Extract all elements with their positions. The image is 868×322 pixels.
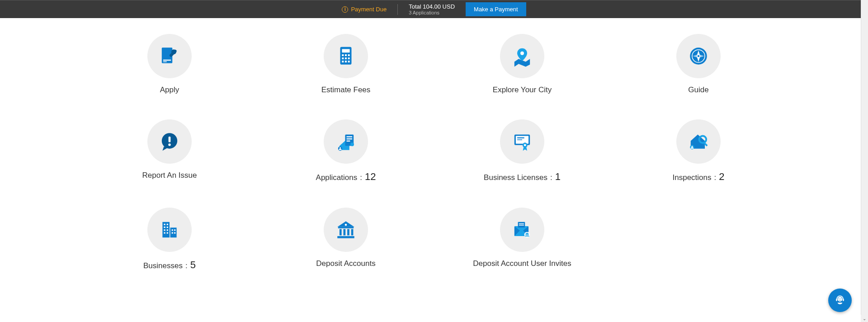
tile-deposit-invites[interactable]: Deposit Account User Invites <box>434 208 610 271</box>
svg-rect-28 <box>347 141 350 142</box>
svg-rect-59 <box>338 227 354 228</box>
svg-rect-48 <box>164 227 165 228</box>
svg-rect-8 <box>348 54 350 56</box>
svg-point-31 <box>340 147 341 149</box>
tile-business-licenses-count: 1 <box>555 171 561 183</box>
house-search-icon <box>676 119 721 164</box>
tile-businesses-count: 5 <box>190 259 196 271</box>
svg-rect-13 <box>345 61 347 62</box>
tile-deposit-accounts-label: Deposit Accounts <box>316 259 375 268</box>
empty-slot <box>610 208 787 271</box>
apply-icon <box>147 34 192 78</box>
tile-inspections-count: 2 <box>719 171 724 183</box>
svg-rect-63 <box>351 229 354 235</box>
svg-rect-60 <box>340 229 342 235</box>
tile-applications-count: 12 <box>365 171 376 183</box>
alert-bubble-icon <box>147 119 192 164</box>
tile-deposit-accounts[interactable]: Deposit Accounts <box>258 208 434 271</box>
svg-rect-44 <box>162 222 170 237</box>
svg-rect-35 <box>517 139 522 140</box>
tile-guide[interactable]: Guide <box>610 34 787 95</box>
certificate-icon <box>500 119 544 164</box>
svg-rect-55 <box>174 229 175 231</box>
svg-point-81 <box>839 298 840 299</box>
svg-rect-6 <box>342 54 344 56</box>
svg-rect-46 <box>164 224 165 225</box>
buildings-icon <box>147 208 192 252</box>
svg-rect-61 <box>344 229 346 235</box>
scrollbar-down-arrow[interactable]: ⌄ <box>861 315 868 322</box>
payment-due-status: i Payment Due <box>342 6 387 13</box>
banner-divider <box>397 4 398 15</box>
payment-due-label: Payment Due <box>351 6 387 13</box>
svg-rect-57 <box>174 232 175 233</box>
tile-guide-label: Guide <box>688 85 708 95</box>
svg-rect-79 <box>836 299 837 301</box>
svg-rect-80 <box>843 299 844 301</box>
tile-applications-label: Applications <box>316 173 358 182</box>
payment-banner: i Payment Due Total 104.00 USD 3 Applica… <box>0 0 868 18</box>
svg-rect-51 <box>167 229 168 231</box>
svg-rect-11 <box>348 57 350 59</box>
tile-inspections-label: Inspections <box>673 173 712 182</box>
svg-rect-50 <box>164 229 165 231</box>
svg-rect-75 <box>527 234 528 235</box>
svg-rect-49 <box>167 227 168 228</box>
svg-rect-9 <box>342 57 344 59</box>
payment-totals: Total 104.00 USD 3 Applications <box>409 3 455 15</box>
svg-rect-62 <box>347 229 349 235</box>
svg-point-78 <box>838 297 843 302</box>
tile-report-issue[interactable]: Report An Issue <box>81 119 258 183</box>
svg-rect-45 <box>170 227 177 237</box>
svg-rect-26 <box>347 136 353 137</box>
tile-business-licenses[interactable]: Business Licenses: 1 <box>434 119 610 183</box>
svg-rect-10 <box>345 57 347 59</box>
svg-rect-12 <box>342 61 344 62</box>
svg-point-15 <box>520 52 524 55</box>
svg-point-24 <box>168 143 170 146</box>
svg-rect-14 <box>348 61 350 62</box>
tile-apply[interactable]: Apply <box>81 34 258 95</box>
svg-point-82 <box>840 298 841 299</box>
tile-deposit-invites-label: Deposit Account User Invites <box>473 259 571 268</box>
svg-rect-2 <box>163 62 167 62</box>
svg-rect-34 <box>517 137 524 138</box>
svg-rect-27 <box>347 138 353 139</box>
tile-inspections[interactable]: Inspections: 2 <box>610 119 787 183</box>
svg-rect-7 <box>345 54 347 56</box>
map-pin-icon <box>500 34 544 78</box>
scrollbar[interactable] <box>861 0 868 322</box>
calculator-icon <box>324 34 368 78</box>
tile-businesses[interactable]: Businesses: 5 <box>81 208 258 271</box>
bank-icon <box>324 208 368 252</box>
svg-rect-54 <box>172 229 173 231</box>
tile-businesses-label: Businesses <box>143 261 183 270</box>
tile-estimate-fees-label: Estimate Fees <box>321 85 371 95</box>
payment-application-count: 3 Applications <box>409 10 455 15</box>
svg-rect-74 <box>526 234 527 235</box>
tile-apply-label: Apply <box>160 85 179 95</box>
svg-rect-77 <box>525 236 529 237</box>
tile-explore-city[interactable]: Explore Your City <box>434 34 610 95</box>
svg-rect-47 <box>167 224 168 225</box>
compass-icon <box>676 34 721 78</box>
svg-rect-1 <box>163 60 171 61</box>
svg-rect-23 <box>169 137 171 142</box>
svg-rect-53 <box>167 232 168 233</box>
tile-report-issue-label: Report An Issue <box>142 171 197 180</box>
svg-rect-71 <box>519 225 524 226</box>
info-icon: i <box>342 6 348 13</box>
tile-business-licenses-label: Business Licenses <box>484 173 547 182</box>
payment-total: Total 104.00 USD <box>409 3 455 10</box>
svg-rect-64 <box>337 236 354 238</box>
dashboard-grid: Apply Estimate Fees Explore Your C <box>81 34 787 271</box>
envelope-bank-icon <box>500 208 544 252</box>
tile-applications[interactable]: Applications: 12 <box>258 119 434 183</box>
tile-estimate-fees[interactable]: Estimate Fees <box>258 34 434 95</box>
svg-rect-56 <box>172 232 173 233</box>
chat-support-button[interactable] <box>828 289 852 312</box>
svg-rect-5 <box>342 49 349 52</box>
applications-icon <box>324 119 368 164</box>
make-payment-button[interactable]: Make a Payment <box>466 2 526 16</box>
svg-point-65 <box>345 224 347 226</box>
